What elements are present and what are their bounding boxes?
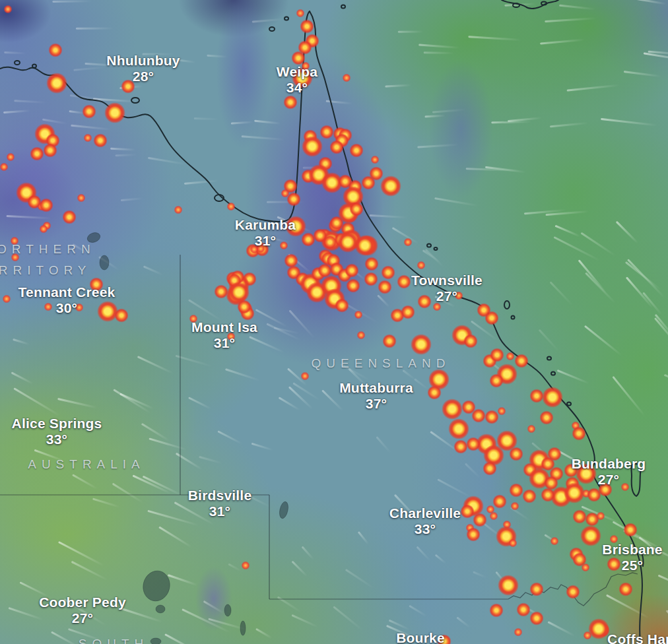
fire-hotspot[interactable] xyxy=(4,5,13,14)
fire-hotspot[interactable] xyxy=(323,236,337,249)
fire-hotspot[interactable] xyxy=(44,144,57,158)
fire-hotspot[interactable] xyxy=(589,619,609,639)
fire-hotspot[interactable] xyxy=(624,523,638,537)
fire-hotspot[interactable] xyxy=(485,410,499,424)
fire-hotspot[interactable] xyxy=(442,399,463,420)
city-label-mount-isa[interactable]: Mount Isa31° xyxy=(191,319,257,351)
fire-hotspot[interactable] xyxy=(7,153,15,162)
city-label-coffs-harbour[interactable]: Coffs Harbour xyxy=(607,631,668,644)
fire-hotspot[interactable] xyxy=(301,372,310,381)
fire-hotspot[interactable] xyxy=(84,134,92,143)
fire-hotspot[interactable] xyxy=(517,603,531,617)
fire-hotspot[interactable] xyxy=(401,306,415,319)
fire-hotspot[interactable] xyxy=(355,236,376,256)
city-label-weipa[interactable]: Weipa34° xyxy=(277,64,317,96)
fire-hotspot[interactable] xyxy=(597,512,605,521)
fire-hotspot[interactable] xyxy=(382,266,395,280)
fire-hotspot[interactable] xyxy=(229,282,250,303)
fire-hotspot[interactable] xyxy=(467,528,481,542)
fire-hotspot[interactable] xyxy=(490,348,504,362)
weather-map[interactable]: NORTHERNTERRITORYQUEENSLANDAUSTRALIASOUT… xyxy=(0,0,668,644)
city-label-bundaberg[interactable]: Bundaberg27° xyxy=(572,456,646,488)
fire-hotspot[interactable] xyxy=(105,103,125,123)
fire-hotspot[interactable] xyxy=(296,9,305,18)
fire-hotspot[interactable] xyxy=(483,462,497,476)
fire-hotspot[interactable] xyxy=(300,20,314,34)
fire-hotspot[interactable] xyxy=(378,280,392,294)
fire-hotspot[interactable] xyxy=(566,585,580,599)
fire-hotspot[interactable] xyxy=(417,261,426,270)
fire-hotspot[interactable] xyxy=(30,147,44,161)
fire-hotspot[interactable] xyxy=(49,44,63,57)
city-label-alice-springs[interactable]: Alice Springs33° xyxy=(12,416,102,447)
fire-hotspot[interactable] xyxy=(287,193,301,207)
city-label-brisbane[interactable]: Brisbane25° xyxy=(602,542,662,573)
fire-hotspot[interactable] xyxy=(490,604,504,618)
fire-hotspot[interactable] xyxy=(540,411,554,425)
fire-hotspot[interactable] xyxy=(357,331,366,340)
fire-hotspot[interactable] xyxy=(343,74,351,82)
fire-hotspot[interactable] xyxy=(530,612,544,626)
fire-hotspot[interactable] xyxy=(485,311,499,325)
fire-hotspot[interactable] xyxy=(47,73,67,94)
city-label-coober-pedy[interactable]: Coober Pedy27° xyxy=(39,595,126,626)
fire-hotspot[interactable] xyxy=(551,537,559,546)
fire-hotspot[interactable] xyxy=(3,295,11,304)
city-label-nhulunbuy[interactable]: Nhulunbuy28° xyxy=(106,53,180,84)
city-label-tennant-creek[interactable]: Tennant Creek30° xyxy=(18,284,116,316)
fire-hotspot[interactable] xyxy=(498,575,519,596)
fire-hotspot[interactable] xyxy=(619,583,633,596)
city-label-birdsville[interactable]: Birdsville31° xyxy=(188,488,252,519)
fire-hotspot[interactable] xyxy=(302,137,323,157)
fire-hotspot[interactable] xyxy=(493,495,507,509)
fire-hotspot[interactable] xyxy=(449,419,469,439)
fire-hotspot[interactable] xyxy=(490,374,504,388)
fire-hotspot[interactable] xyxy=(242,562,250,570)
fire-hotspot[interactable] xyxy=(428,386,442,400)
city-label-charleville[interactable]: Charleville33° xyxy=(389,505,461,537)
fire-hotspot[interactable] xyxy=(514,628,523,637)
fire-hotspot[interactable] xyxy=(572,427,586,441)
fire-hotspot[interactable] xyxy=(498,407,506,416)
fire-hotspot[interactable] xyxy=(94,134,108,148)
fire-hotspot[interactable] xyxy=(541,488,555,502)
fire-hotspot[interactable] xyxy=(490,512,498,521)
fire-hotspot[interactable] xyxy=(345,264,359,278)
fire-hotspot[interactable] xyxy=(350,144,364,158)
city-label-karumba[interactable]: Karumba31° xyxy=(235,217,296,249)
fire-hotspot[interactable] xyxy=(227,203,236,211)
fire-hotspot[interactable] xyxy=(347,279,360,293)
fire-hotspot[interactable] xyxy=(523,490,537,503)
fire-hotspot[interactable] xyxy=(404,238,413,247)
fire-hotspot[interactable] xyxy=(506,352,515,361)
fire-hotspot[interactable] xyxy=(510,447,523,461)
fire-hotspot[interactable] xyxy=(411,335,432,355)
fire-hotspot[interactable] xyxy=(63,210,77,224)
city-label-townsville[interactable]: Townsville27° xyxy=(411,273,483,304)
fire-hotspot[interactable] xyxy=(397,275,411,289)
fire-hotspot[interactable] xyxy=(515,354,529,368)
fire-hotspot[interactable] xyxy=(40,225,48,234)
fire-hotspot[interactable] xyxy=(510,484,523,498)
fire-hotspot[interactable] xyxy=(0,163,9,172)
fire-hotspot[interactable] xyxy=(464,335,478,348)
fire-hotspot[interactable] xyxy=(530,389,544,403)
fire-hotspot[interactable] xyxy=(362,176,376,190)
fire-hotspot[interactable] xyxy=(354,311,363,319)
fire-hotspot[interactable] xyxy=(454,440,468,454)
fire-hotspot[interactable] xyxy=(527,425,536,434)
fire-hotspot[interactable] xyxy=(581,526,601,546)
fire-hotspot[interactable] xyxy=(573,510,587,524)
fire-hotspot[interactable] xyxy=(582,564,590,572)
fire-hotspot[interactable] xyxy=(365,257,379,271)
fire-hotspot[interactable] xyxy=(509,539,518,548)
fire-hotspot[interactable] xyxy=(511,502,519,511)
fire-hotspot[interactable] xyxy=(238,300,251,314)
fire-hotspot[interactable] xyxy=(530,583,544,596)
fire-hotspot[interactable] xyxy=(371,156,380,164)
fire-hotspot[interactable] xyxy=(284,96,298,110)
fire-hotspot[interactable] xyxy=(543,387,563,408)
fire-hotspot[interactable] xyxy=(320,125,334,139)
fire-hotspot[interactable] xyxy=(467,437,481,451)
fire-hotspot[interactable] xyxy=(77,194,86,203)
